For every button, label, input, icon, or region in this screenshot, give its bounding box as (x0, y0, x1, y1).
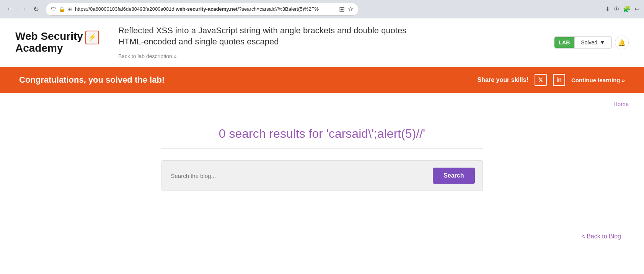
nav-buttons: ← → ↻ (5, 4, 41, 15)
solved-label: Solved (581, 39, 597, 46)
download-icon[interactable]: ⬇ (605, 5, 610, 13)
qr-icon: ⊞ (339, 5, 345, 13)
banner-right: Share your skills! 𝕏 in Continue learnin… (478, 74, 625, 86)
browser-chrome: ← → ↻ 🛡 🔒 ⊞ https://0a60000103faf6de8049… (0, 0, 644, 18)
url-suffix: /?search=carsaid\'%3Balert(5)%2F% (238, 6, 319, 12)
lab-badge: LAB (554, 37, 575, 48)
browser-actions: ⬇ ① 🧩 ↩ (605, 5, 639, 13)
header-right: LAB Solved ▼ 🔔 (554, 36, 629, 49)
back-arrow-icon[interactable]: ↩ (634, 5, 639, 13)
search-box-container: Search (161, 160, 483, 191)
lock-icon: 🔒 (59, 6, 65, 12)
logo-icon: ⚡ (85, 31, 99, 44)
solved-button[interactable]: Solved ▼ (574, 37, 611, 48)
continue-learning-link[interactable]: Continue learning » (571, 77, 625, 83)
back-to-blog-link[interactable]: < Back to Blog (581, 233, 621, 240)
logo-line2: Academy (15, 42, 83, 54)
profile-icon[interactable]: ① (614, 5, 619, 13)
logo-text: Web Security Academy ⚡ (15, 31, 99, 54)
tracking-icon: ⊞ (67, 6, 72, 12)
site-header: Web Security Academy ⚡ Reflected XSS int… (0, 18, 644, 67)
logo-line1: Web Security (15, 31, 83, 42)
back-to-blog-row: < Back to Blog (0, 233, 644, 240)
security-icons: 🛡 🔒 ⊞ (51, 6, 72, 12)
back-to-lab-text: Back to lab description (118, 53, 172, 59)
congrats-text: Congratulations, you solved the lab! (19, 75, 165, 85)
checkmark-icon: ▼ (600, 39, 605, 46)
logo-words: Web Security Academy (15, 31, 83, 54)
continue-text: Continue learning (571, 77, 620, 83)
logo-container: Web Security Academy ⚡ (15, 31, 99, 54)
search-input[interactable] (170, 170, 429, 181)
home-link-row: Home (0, 101, 644, 108)
twitter-icon[interactable]: 𝕏 (535, 74, 547, 86)
header-middle: Reflected XSS into a JavaScript string w… (111, 25, 543, 60)
search-results-title: 0 search results for 'carsaid\';alert(5)… (89, 127, 556, 141)
back-to-lab-chevron: » (174, 53, 177, 59)
url-domain: web-security-academy.net (176, 6, 238, 12)
home-link[interactable]: Home (613, 101, 629, 107)
main-content: 0 search results for 'carsaid\';alert(5)… (73, 115, 571, 222)
congrats-banner: Congratulations, you solved the lab! Sha… (0, 67, 644, 93)
search-button[interactable]: Search (433, 168, 474, 184)
linkedin-icon[interactable]: in (553, 74, 565, 86)
back-to-lab-link[interactable]: Back to lab description » (118, 53, 177, 59)
alert-button[interactable]: 🔔 (615, 36, 629, 49)
reload-button[interactable]: ↻ (31, 4, 41, 15)
url-text: https://0a60000103faf6de80493fa2000a001d… (75, 6, 336, 12)
bell-icon: 🔔 (618, 39, 626, 46)
page-body: Home 0 search results for 'carsaid\';ale… (0, 93, 644, 248)
extension-icon[interactable]: 🧩 (623, 5, 631, 13)
continue-chevron: » (622, 77, 625, 83)
divider (161, 148, 483, 149)
star-icon: ☆ (348, 5, 353, 13)
shield-icon: 🛡 (51, 6, 56, 12)
address-bar[interactable]: 🛡 🔒 ⊞ https://0a60000103faf6de80493fa200… (45, 3, 359, 16)
back-button[interactable]: ← (5, 4, 15, 15)
forward-button[interactable]: → (18, 4, 28, 15)
url-prefix: https://0a60000103faf6de80493fa2000a001d… (75, 6, 176, 12)
lab-title: Reflected XSS into a JavaScript string w… (118, 25, 417, 47)
share-skills-text: Share your skills! (478, 77, 528, 83)
